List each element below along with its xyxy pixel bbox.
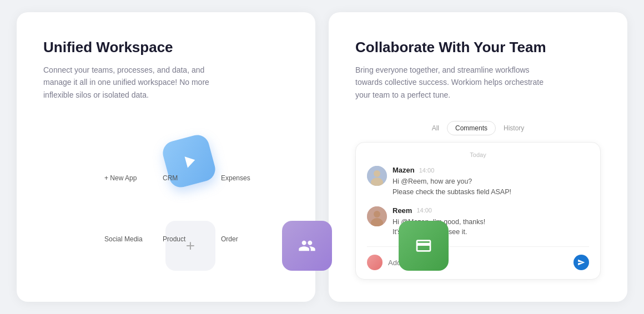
tabs-bar: All Comments History xyxy=(355,121,601,135)
crm-app-icon[interactable] xyxy=(282,221,332,271)
send-button[interactable] xyxy=(573,255,589,270)
tab-comments[interactable]: Comments xyxy=(447,121,496,135)
reem-time: 14:00 xyxy=(416,207,432,214)
product-app-wrapper: Product xyxy=(163,232,185,243)
expenses-app-icon[interactable] xyxy=(399,221,449,271)
collaboration-area: All Comments History Today xyxy=(355,121,601,280)
collaborate-card: Collaborate With Your Team Bring everyon… xyxy=(329,12,627,302)
unified-workspace-card: Unified Workspace Connect your teams, pr… xyxy=(17,12,315,302)
mazen-name: Mazen xyxy=(393,166,415,174)
chat-date: Today xyxy=(367,151,589,158)
comment-user-avatar xyxy=(367,255,383,270)
crm-app-wrapper: CRM xyxy=(163,171,178,182)
order-label: Order xyxy=(221,235,238,243)
expenses-label: Expenses xyxy=(221,174,250,182)
new-app-button[interactable]: + xyxy=(165,221,215,271)
left-card-title: Unified Workspace xyxy=(43,39,289,56)
social-media-label: Social Media xyxy=(104,235,143,243)
reem-name: Reem xyxy=(393,206,412,215)
expenses-app-wrapper: Expenses xyxy=(221,171,250,182)
message-mazen: Mazen 14:00 Hi @Reem, how are you?Please… xyxy=(367,166,589,197)
mazen-message-content: Mazen 14:00 Hi @Reem, how are you?Please… xyxy=(393,166,511,197)
main-container: Unified Workspace Connect your teams, pr… xyxy=(17,12,627,302)
chat-box: Today Mazen 14:00 xyxy=(355,142,601,280)
order-app-wrapper: Order xyxy=(221,232,238,243)
tab-history[interactable]: History xyxy=(496,121,532,135)
right-card-description: Bring everyone together, and streamline … xyxy=(355,64,544,101)
reem-msg-header: Reem 14:00 xyxy=(393,206,485,215)
plus-icon: + xyxy=(186,238,195,254)
avatar-reem xyxy=(367,206,387,226)
new-app-label: + New App xyxy=(104,174,137,182)
mazen-message-text: Hi @Reem, how are you?Please check the s… xyxy=(393,176,511,197)
social-media-app-wrapper: Social Media xyxy=(104,232,143,243)
svg-point-4 xyxy=(374,211,380,217)
mazen-msg-header: Mazen 14:00 xyxy=(393,166,511,174)
product-label: Product xyxy=(163,235,185,243)
mazen-time: 14:00 xyxy=(419,167,435,174)
svg-point-1 xyxy=(374,170,380,177)
new-app-wrapper: + + New App xyxy=(104,171,137,182)
crm-label: CRM xyxy=(163,174,178,182)
left-card-description: Connect your teams, processes, and data,… xyxy=(43,64,232,101)
right-card-title: Collaborate With Your Team xyxy=(355,39,601,56)
avatar-mazen xyxy=(367,166,387,186)
tab-all[interactable]: All xyxy=(424,121,447,135)
apps-grid: + + New App CRM E xyxy=(43,121,289,276)
